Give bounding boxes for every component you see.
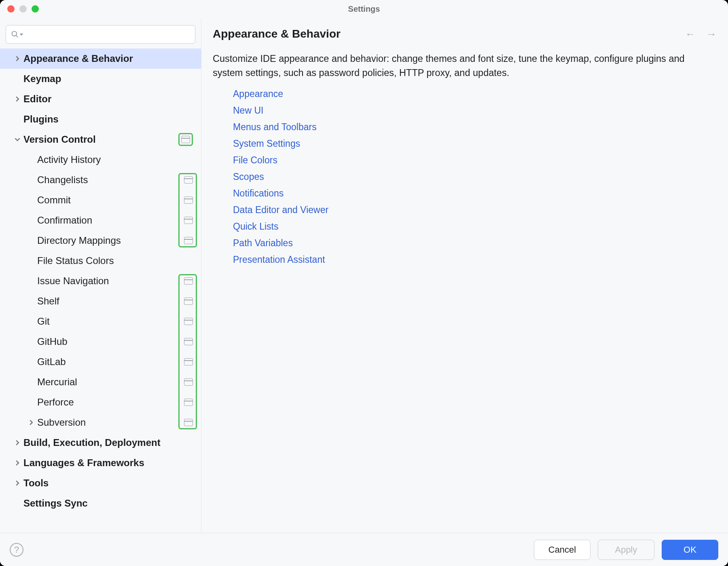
titlebar: Settings <box>0 0 728 18</box>
zoom-window-icon[interactable] <box>32 5 39 13</box>
links-list: AppearanceNew UIMenus and ToolbarsSystem… <box>213 89 717 265</box>
project-scope-icon <box>184 176 193 184</box>
tree-item[interactable]: Build, Execution, Deployment <box>0 433 201 453</box>
tree-item[interactable]: Changelists <box>0 170 201 190</box>
tree-item[interactable]: Keymap <box>0 69 201 89</box>
tree-item[interactable]: Commit <box>0 190 201 210</box>
tree-item-label: Confirmation <box>37 215 184 226</box>
chevron-right-icon[interactable] <box>11 96 23 102</box>
tree-item[interactable]: File Status Colors <box>0 251 201 271</box>
settings-window: Settings Appearance & BehaviorKeymapEdit… <box>0 0 728 566</box>
highlight-marker <box>178 133 193 146</box>
apply-button[interactable]: Apply <box>598 540 654 560</box>
tree-item-label: Issue Navigation <box>37 275 184 287</box>
tree-item-label: Mercurial <box>37 376 184 388</box>
tree-item[interactable]: Settings Sync <box>0 493 201 513</box>
project-scope-icon <box>184 378 193 386</box>
window-title: Settings <box>0 4 728 14</box>
settings-link[interactable]: Notifications <box>233 188 284 199</box>
settings-link[interactable]: Data Editor and Viewer <box>233 205 328 215</box>
tree-item[interactable]: GitLab <box>0 352 201 372</box>
project-scope-icon <box>181 136 190 143</box>
nav-back-icon[interactable]: ← <box>685 29 696 39</box>
project-scope-icon <box>184 358 193 365</box>
tree-item[interactable]: Tools <box>0 473 201 493</box>
tree-item-label: Languages & Frameworks <box>23 457 193 469</box>
project-scope-icon <box>184 196 193 204</box>
search-input[interactable] <box>6 25 195 44</box>
tree-item[interactable]: Issue Navigation <box>0 271 201 291</box>
close-window-icon[interactable] <box>7 5 15 13</box>
search-field[interactable] <box>26 30 195 39</box>
tree-item-label: GitLab <box>37 356 184 367</box>
chevron-right-icon[interactable] <box>11 480 23 486</box>
tree-item[interactable]: Version Control <box>0 129 201 150</box>
project-scope-icon <box>184 298 193 305</box>
settings-link[interactable]: Appearance <box>233 89 283 99</box>
settings-link[interactable]: Presentation Assistant <box>233 254 325 265</box>
tree-item[interactable]: Languages & Frameworks <box>0 453 201 473</box>
tree-item-label: GitHub <box>37 336 184 347</box>
tree-item[interactable]: Plugins <box>0 109 201 129</box>
project-scope-icon <box>184 419 193 426</box>
tree-item[interactable]: Activity History <box>0 150 201 170</box>
tree-item-label: Commit <box>37 194 184 206</box>
search-dropdown-icon[interactable] <box>20 34 23 36</box>
svg-point-0 <box>12 32 17 36</box>
tree-item-label: Subversion <box>37 417 184 428</box>
tree-item[interactable]: Mercurial <box>0 372 201 392</box>
settings-link[interactable]: New UI <box>233 105 263 116</box>
settings-tree: Appearance & BehaviorKeymapEditorPlugins… <box>0 49 201 533</box>
tree-item[interactable]: Perforce <box>0 392 201 412</box>
footer: ? Cancel Apply OK <box>0 533 728 566</box>
settings-link[interactable]: Menus and Toolbars <box>233 122 317 133</box>
tree-item[interactable]: Directory Mappings <box>0 230 201 251</box>
tree-item[interactable]: GitHub <box>0 332 201 352</box>
project-scope-icon <box>184 399 193 406</box>
nav-forward-icon[interactable]: → <box>706 29 717 39</box>
tree-item-label: Changelists <box>37 174 184 186</box>
tree-item-label: Tools <box>23 477 193 489</box>
project-scope-icon <box>184 217 193 224</box>
tree-item-label: File Status Colors <box>37 255 193 266</box>
settings-link[interactable]: File Colors <box>233 155 277 166</box>
tree-item-label: Editor <box>23 93 193 105</box>
chevron-right-icon[interactable] <box>11 56 23 61</box>
tree-item-label: Activity History <box>37 154 193 165</box>
tree-item[interactable]: Git <box>0 311 201 332</box>
tree-item[interactable]: Confirmation <box>0 210 201 230</box>
tree-item-label: Settings Sync <box>23 498 193 509</box>
minimize-window-icon[interactable] <box>19 5 27 13</box>
tree-item-label: Perforce <box>37 397 184 408</box>
settings-link[interactable]: Quick Lists <box>233 221 278 232</box>
tree-item-label: Git <box>37 316 184 327</box>
tree-item-label: Keymap <box>23 73 193 84</box>
page-title: Appearance & Behavior <box>213 27 341 40</box>
chevron-down-icon[interactable] <box>11 137 23 142</box>
settings-link[interactable]: Path Variables <box>233 238 293 249</box>
tree-item-label: Appearance & Behavior <box>23 53 193 64</box>
tree-item-label: Shelf <box>37 296 184 307</box>
tree-item[interactable]: Editor <box>0 89 201 109</box>
content-pane: Appearance & Behavior ← → Customize IDE … <box>201 18 728 533</box>
chevron-right-icon[interactable] <box>11 440 23 446</box>
nav-history: ← → <box>685 29 717 39</box>
settings-link[interactable]: System Settings <box>233 138 300 149</box>
ok-button[interactable]: OK <box>662 540 718 560</box>
chevron-right-icon[interactable] <box>11 460 23 466</box>
tree-item-label: Directory Mappings <box>37 235 184 246</box>
tree-item[interactable]: Appearance & Behavior <box>0 49 201 69</box>
project-scope-icon <box>184 237 193 244</box>
project-scope-icon <box>184 338 193 345</box>
project-scope-icon <box>184 277 193 285</box>
svg-line-1 <box>16 36 18 38</box>
cancel-button[interactable]: Cancel <box>534 540 590 560</box>
page-description: Customize IDE appearance and behavior: c… <box>213 52 717 80</box>
settings-link[interactable]: Scopes <box>233 171 264 182</box>
tree-item[interactable]: Shelf <box>0 291 201 311</box>
help-icon[interactable]: ? <box>10 543 23 557</box>
window-controls <box>0 5 39 13</box>
chevron-right-icon[interactable] <box>25 420 37 425</box>
tree-item[interactable]: Subversion <box>0 412 201 433</box>
tree-item-label: Plugins <box>23 114 193 125</box>
